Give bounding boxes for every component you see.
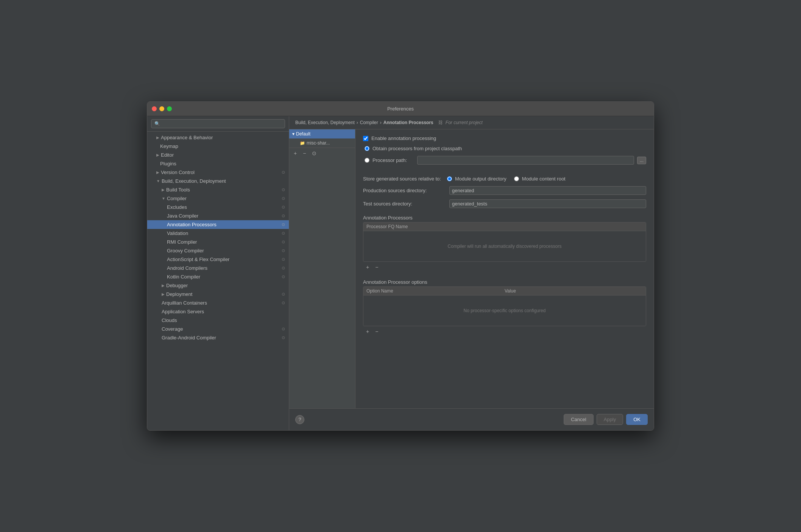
sidebar-item-keymap[interactable]: Keymap [147,142,289,151]
sidebar-item-arquillian[interactable]: Arquillian Containers ⊙ [147,299,289,307]
arrow-icon: ▼ [156,179,160,183]
sidebar-item-clouds[interactable]: Clouds [147,316,289,325]
copy-icon: ⊙ [282,213,285,218]
copy-icon: ⊙ [282,231,285,236]
module-remove-button[interactable]: − [301,149,308,157]
annotation-options-add-button[interactable]: + [364,328,371,335]
close-button[interactable] [152,106,157,111]
module-toolbar: + − ⊙ [289,148,355,159]
copy-icon: ⊙ [282,222,285,227]
test-dir-field[interactable] [449,199,646,208]
settings-panel: Enable annotation processing Obtain proc… [355,129,654,408]
apply-button[interactable]: Apply [597,414,623,425]
enable-annotation-label: Enable annotation processing [371,135,436,141]
sidebar-item-android-compilers[interactable]: Android Compilers ⊙ [147,264,289,272]
annotation-options-table-body: No processor-specific options configured [363,296,646,326]
sidebar-item-version-control[interactable]: ▶ Version Control ⊙ [147,168,289,177]
sidebar: ▶ Appearance & Behavior Keymap ▶ Editor … [147,116,289,430]
copy-icon: ⊙ [282,292,285,297]
annotation-options-table-header: Option Name Value [363,287,646,296]
module-tree: ▾ Default 📁 misc-shar... + − ⊙ [289,129,355,408]
sidebar-item-rmi-compiler[interactable]: RMI Compiler ⊙ [147,238,289,246]
store-generated-row: Store generated sources relative to: Mod… [363,176,646,182]
copy-icon: ⊙ [282,266,285,271]
copy-icon: ⊙ [282,205,285,210]
sidebar-item-plugins[interactable]: Plugins [147,159,289,168]
sidebar-item-coverage[interactable]: Coverage ⊙ [147,325,289,333]
sidebar-item-build-tools[interactable]: ▶ Build Tools ⊙ [147,185,289,194]
processor-path-radio[interactable] [365,158,369,163]
annotation-processors-remove-button[interactable]: − [373,263,380,271]
copy-icon: ⊙ [282,240,285,244]
breadcrumb-part1: Build, Execution, Deployment [295,120,355,125]
breadcrumb-part3: Annotation Processors [383,120,433,125]
obtain-processors-label: Obtain processors from project classpath [372,146,462,151]
copy-icon: ⊙ [282,196,285,201]
sidebar-item-kotlin-compiler[interactable]: Kotlin Compiler ⊙ [147,272,289,281]
processor-path-field[interactable] [417,156,634,165]
annotation-processors-add-button[interactable]: + [364,263,371,271]
annotation-processors-title: Annotation Processors [363,215,646,221]
sidebar-item-gradle-android[interactable]: Gradle-Android Compiler ⊙ [147,333,289,342]
module-content-root-radio[interactable] [514,176,519,181]
minimize-button[interactable] [159,106,164,111]
enable-annotation-checkbox[interactable] [363,136,368,141]
sidebar-item-appearance[interactable]: ▶ Appearance & Behavior [147,133,289,142]
traffic-lights [152,106,172,111]
production-dir-row: Production sources directory: [363,186,646,195]
sidebar-item-annotation-processors[interactable]: Annotation Processors ⊙ [147,220,289,229]
maximize-button[interactable] [167,106,172,111]
processor-path-browse-button[interactable]: ... [637,157,646,164]
sidebar-item-groovy-compiler[interactable]: Groovy Compiler ⊙ [147,246,289,255]
sidebar-item-excludes[interactable]: Excludes ⊙ [147,203,289,212]
module-copy-button[interactable]: ⊙ [310,149,319,157]
copy-icon: ⊙ [282,327,285,331]
ok-button[interactable]: OK [626,414,648,425]
arrow-icon: ▶ [156,170,159,174]
annotation-options-section: Annotation Processor options Option Name… [363,277,646,337]
module-item-default[interactable]: ▾ Default [289,129,355,138]
annotation-options-remove-button[interactable]: − [373,328,380,335]
production-dir-field[interactable] [449,186,646,195]
module-add-button[interactable]: + [291,149,299,157]
sidebar-item-deployment[interactable]: ▶ Deployment ⊙ [147,290,289,299]
test-dir-row: Test sources directory: [363,199,646,208]
option-name-col-header: Option Name [366,288,505,294]
action-buttons: Cancel Apply OK [564,414,648,425]
sidebar-item-editor[interactable]: ▶ Editor [147,151,289,159]
module-item-misc[interactable]: 📁 misc-shar... [289,138,355,148]
sidebar-item-compiler[interactable]: ▼ Compiler ⊙ [147,194,289,203]
sidebar-item-validation[interactable]: Validation ⊙ [147,229,289,238]
breadcrumb-sep2: › [380,120,382,125]
sidebar-item-actionscript[interactable]: ActionScript & Flex Compiler ⊙ [147,255,289,264]
sidebar-item-debugger[interactable]: ▶ Debugger [147,281,289,290]
search-input[interactable] [151,119,285,128]
annotation-options-table: Option Name Value No processor-specific … [363,286,646,326]
bottom-bar: ? Cancel Apply OK [289,408,654,430]
enable-annotation-row: Enable annotation processing [363,135,646,141]
help-button[interactable]: ? [295,415,304,424]
obtain-processors-radio[interactable] [365,146,369,151]
annotation-processors-table: Processor FQ Name Compiler will run all … [363,222,646,262]
for-current-label: For current project [446,120,483,125]
title-bar: Preferences [147,102,654,116]
main-layout: ▶ Appearance & Behavior Keymap ▶ Editor … [147,116,654,430]
annotation-processors-table-body: Compiler will run all automatically disc… [363,231,646,261]
copy-icon: ⊙ [282,187,285,192]
cancel-button[interactable]: Cancel [564,414,593,425]
preferences-window: Preferences ▶ Appearance & Behavior Keym… [147,101,654,431]
nav-tree: ▶ Appearance & Behavior Keymap ▶ Editor … [147,132,289,430]
annotation-options-title: Annotation Processor options [363,279,646,285]
sidebar-item-java-compiler[interactable]: Java Compiler ⊙ [147,212,289,220]
sidebar-item-app-servers[interactable]: Application Servers [147,307,289,316]
module-output-dir-label: Module output directory [455,176,506,182]
production-dir-label: Production sources directory: [363,188,446,193]
module-output-dir-radio[interactable] [447,176,452,181]
test-dir-label: Test sources directory: [363,201,446,207]
arrow-icon: ▶ [156,135,159,140]
processor-path-label: Processor path: [372,157,414,163]
sidebar-item-build-exec[interactable]: ▼ Build, Execution, Deployment [147,177,289,185]
module-content-root-label: Module content root [522,176,566,182]
copy-icon: ⊙ [282,274,285,279]
annotation-processors-table-header: Processor FQ Name [363,222,646,231]
